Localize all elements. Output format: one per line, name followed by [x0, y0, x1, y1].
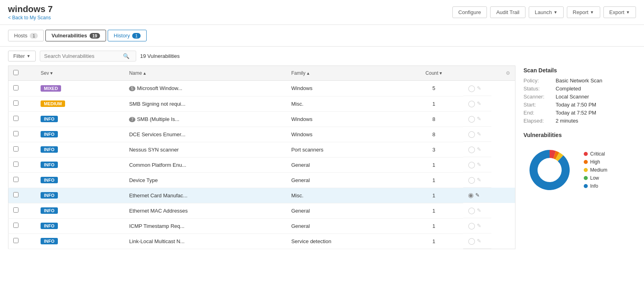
configure-button[interactable]: Configure — [452, 6, 487, 18]
edit-icon[interactable]: ✎ — [477, 131, 481, 137]
circle-icon: ◯ — [468, 237, 475, 245]
edit-icon[interactable]: ✎ — [477, 85, 481, 91]
table-row[interactable]: INFO Nessus SYN scanner Port scanners 3 … — [8, 142, 515, 157]
sev-column-header[interactable]: Sev ▾ — [36, 66, 124, 81]
table-row[interactable]: INFO Common Platform Enu... General 1 ◯✎ — [8, 157, 515, 172]
audit-trail-button[interactable]: Audit Trail — [490, 6, 525, 18]
row-checkbox[interactable] — [13, 238, 18, 243]
name-cell[interactable]: 7SMB (Multiple Is... — [124, 111, 286, 127]
num-badge: 5 — [129, 86, 135, 91]
edit-icon[interactable]: ✎ — [477, 116, 481, 122]
row-checkbox-cell[interactable] — [8, 111, 36, 127]
detail-label: End: — [523, 110, 556, 116]
count-cell: 8 — [404, 111, 463, 127]
table-row[interactable]: INFO ICMP Timestamp Req... General 1 ◯✎ — [8, 218, 515, 233]
name-cell[interactable]: Device Type — [124, 172, 286, 188]
header-title-section: windows 7 Back to My Scans — [8, 4, 452, 20]
count-cell: 1 — [404, 96, 463, 111]
circle-icon: ◯ — [468, 207, 475, 214]
row-checkbox-cell[interactable] — [8, 233, 36, 249]
name-cell[interactable]: DCE Services Enumer... — [124, 127, 286, 142]
sev-badge-info: INFO — [41, 162, 57, 168]
name-cell[interactable]: ICMP Timestamp Req... — [124, 218, 286, 233]
name-cell[interactable]: 5Microsoft Window... — [124, 81, 286, 96]
edit-icon[interactable]: ✎ — [477, 207, 481, 213]
header-actions: Configure Audit Trail Launch Report Expo… — [452, 6, 636, 18]
family-column-header[interactable]: Family ▴ — [286, 66, 404, 81]
tab-vulnerabilities[interactable]: Vulnerabilities 19 — [45, 30, 106, 41]
legend-label: Low — [590, 175, 599, 181]
detail-label: Scanner: — [523, 94, 556, 100]
scan-detail-row: Start: Today at 7:50 PM — [523, 102, 636, 108]
row-checkbox-cell[interactable] — [8, 81, 36, 96]
table-row[interactable]: MEDIUM SMB Signing not requi... Misc. 1 … — [8, 96, 515, 111]
row-checkbox[interactable] — [13, 146, 18, 152]
row-checkbox[interactable] — [13, 116, 18, 121]
edit-icon[interactable]: ✎ — [477, 238, 481, 244]
row-checkbox-cell[interactable] — [8, 96, 36, 111]
table-row[interactable]: INFO Ethernet MAC Addresses General 1 ◯✎ — [8, 203, 515, 218]
row-checkbox-cell[interactable] — [8, 157, 36, 172]
table-row[interactable]: INFO DCE Services Enumer... Windows 8 ◯✎ — [8, 127, 515, 142]
edit-icon[interactable]: ✎ — [477, 162, 481, 168]
row-checkbox-cell[interactable] — [8, 203, 36, 218]
launch-button[interactable]: Launch — [529, 6, 564, 18]
count-column-header[interactable]: Count ▾ — [404, 66, 463, 81]
actions-cell: ◯✎ — [463, 127, 491, 142]
table-row[interactable]: INFO Link-Local Multicast N... Service d… — [8, 233, 515, 249]
sev-cell: INFO — [36, 172, 124, 188]
sev-badge-mixed: MIXED — [41, 85, 61, 92]
tab-history[interactable]: History 1 — [108, 30, 147, 41]
count-cell: 1 — [404, 203, 463, 218]
table-row[interactable]: INFO Device Type General 1 ◯✎ — [8, 172, 515, 188]
tab-hosts[interactable]: Hosts 1 — [8, 30, 44, 41]
table-row[interactable]: INFO Ethernet Card Manufac... Misc. 1 ◉✎ — [8, 188, 515, 203]
detail-label: Policy: — [523, 78, 556, 84]
row-checkbox[interactable] — [13, 192, 18, 197]
export-button[interactable]: Export — [603, 6, 636, 18]
row-checkbox[interactable] — [13, 177, 18, 182]
name-cell[interactable]: SMB Signing not requi... — [124, 96, 286, 111]
row-checkbox[interactable] — [13, 100, 18, 106]
sev-badge-info: INFO — [41, 207, 57, 214]
select-all-header[interactable] — [8, 66, 36, 81]
family-cell: General — [286, 157, 404, 172]
select-all-checkbox[interactable] — [13, 70, 18, 75]
row-checkbox-cell[interactable] — [8, 188, 36, 203]
filter-button[interactable]: Filter — [8, 51, 36, 61]
detail-label: Status: — [523, 86, 556, 92]
gear-icon[interactable]: ⚙ — [506, 70, 510, 76]
name-cell[interactable]: Ethernet Card Manufac... — [124, 188, 286, 203]
back-link[interactable]: Back to My Scans — [8, 15, 51, 20]
edit-icon[interactable]: ✎ — [475, 192, 480, 198]
edit-icon[interactable]: ✎ — [477, 146, 481, 152]
edit-icon[interactable]: ✎ — [477, 100, 481, 106]
row-checkbox[interactable] — [13, 162, 18, 167]
name-cell[interactable]: Nessus SYN scanner — [124, 142, 286, 157]
row-checkbox[interactable] — [13, 131, 18, 136]
row-checkbox-cell[interactable] — [8, 218, 36, 233]
tab-history-label: History — [114, 33, 130, 39]
check-circle-icon[interactable]: ◉ — [468, 191, 474, 199]
edit-icon[interactable]: ✎ — [477, 177, 481, 183]
row-checkbox-cell[interactable] — [8, 172, 36, 188]
tab-vulnerabilities-badge: 19 — [90, 33, 100, 39]
row-checkbox-cell[interactable] — [8, 142, 36, 157]
row-checkbox[interactable] — [13, 207, 18, 213]
family-cell: Windows — [286, 81, 404, 96]
name-cell[interactable]: Common Platform Enu... — [124, 157, 286, 172]
name-column-header[interactable]: Name ▴ — [124, 66, 286, 81]
sev-badge-info: INFO — [41, 131, 57, 137]
edit-icon[interactable]: ✎ — [477, 223, 481, 229]
name-cell[interactable]: Ethernet MAC Addresses — [124, 203, 286, 218]
search-input[interactable] — [44, 53, 121, 59]
family-cell: Windows — [286, 111, 404, 127]
table-row[interactable]: MIXED 5Microsoft Window... Windows 5 ◯✎ — [8, 81, 515, 96]
name-cell[interactable]: Link-Local Multicast N... — [124, 233, 286, 249]
row-checkbox[interactable] — [13, 223, 18, 228]
family-cell: Windows — [286, 127, 404, 142]
table-row[interactable]: INFO 7SMB (Multiple Is... Windows 8 ◯✎ — [8, 111, 515, 127]
report-button[interactable]: Report — [567, 6, 600, 18]
row-checkbox[interactable] — [13, 85, 18, 90]
row-checkbox-cell[interactable] — [8, 127, 36, 142]
